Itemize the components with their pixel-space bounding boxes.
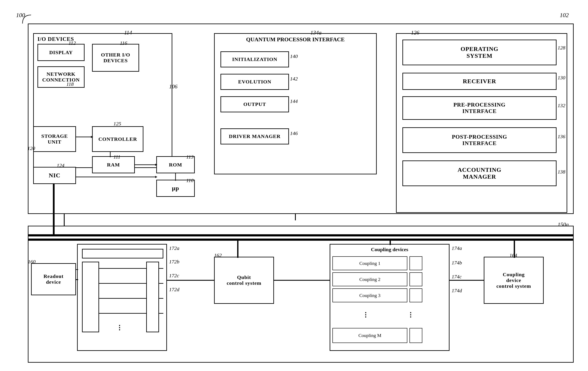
- control-to-coupling-line: [274, 280, 330, 281]
- ref-113: 113: [186, 154, 193, 160]
- coupling-1-right-bar: [410, 256, 422, 270]
- ref-102: 102: [560, 12, 569, 19]
- qubit-control-bus-line: [237, 241, 239, 258]
- svg-marker-30: [155, 164, 157, 166]
- network-connection-box: NETWORK CONNECTION: [37, 66, 84, 88]
- qubit-array-container: ⋮: [77, 244, 167, 351]
- controller-box: CONTROLLER: [92, 126, 143, 152]
- ref-144: 144: [290, 98, 298, 104]
- coupling-dots-v: ⋮: [362, 311, 369, 318]
- coupling-control-box: Coupling device control system: [484, 257, 544, 304]
- coupling-to-control-line: [450, 280, 484, 281]
- ref-124: 124: [57, 163, 64, 168]
- ref-114: 114: [124, 30, 132, 36]
- qpi-title: QUANTUM PROCESSOR INTERFACE: [216, 36, 375, 43]
- ref-172d: 172d: [169, 287, 179, 292]
- other-io-box: OTHER I/O DEVICES: [92, 44, 139, 72]
- coupling-m-right-bar: [410, 328, 422, 343]
- ref-174d: 174d: [452, 288, 462, 294]
- storage-unit-box: STORAGE UNIT: [33, 126, 76, 152]
- ref-174c: 174c: [452, 274, 462, 280]
- ref-111: 111: [114, 154, 120, 160]
- ref-140: 140: [290, 53, 298, 59]
- ref-162: 162: [214, 252, 222, 258]
- coupling-bus-line: [389, 241, 391, 245]
- ref-134a: 134a: [310, 30, 322, 36]
- bus-bar-top: [28, 234, 574, 237]
- nic-mup-line: [76, 175, 157, 179]
- coupling-2-right-bar: [410, 272, 422, 286]
- ref-126: 126: [411, 30, 419, 36]
- ref-142: 142: [290, 76, 298, 82]
- ref-132: 132: [558, 103, 565, 108]
- display-box: DISPLAY: [37, 44, 84, 61]
- ref-120: 120: [27, 145, 35, 151]
- ref-128: 128: [558, 45, 565, 51]
- ref-172b: 172b: [169, 259, 179, 265]
- coupling-devices-container: Coupling devices Coupling 1 Coupling 2 C…: [330, 244, 450, 351]
- nic-box: NIC: [33, 167, 76, 184]
- coupling-3-box: Coupling 3: [332, 289, 407, 302]
- qubit-left-bar: [82, 262, 99, 332]
- ref-110: 110: [186, 178, 193, 183]
- ctrl-ram-line: [107, 152, 114, 157]
- ref-150a: 150a: [558, 221, 569, 228]
- ref-136: 136: [558, 134, 565, 140]
- ref-118: 118: [66, 81, 74, 87]
- rom-mup-line: [173, 173, 178, 181]
- ref-174a: 174a: [452, 245, 462, 251]
- diagram: 100 102 114 I/O DEVICES DISPLAY 112 NETW…: [0, 0, 588, 371]
- coupling-control-bus-line: [514, 241, 515, 258]
- nic-to-bus-line: [53, 184, 55, 235]
- initialization-box: INITIALIZATION: [220, 51, 289, 67]
- ref-130: 130: [558, 75, 565, 81]
- bus-bar-bottom: [28, 238, 574, 241]
- ram-rom-line: [135, 163, 157, 167]
- storage-controller-line: [76, 126, 93, 139]
- ref-174b: 174b: [452, 260, 462, 266]
- driver-manager-box: DRIVER MANAGER: [220, 128, 289, 144]
- qubit-top-bar: [82, 249, 163, 258]
- evolution-box: EVOLUTION: [220, 74, 289, 90]
- ref-172c: 172c: [169, 273, 179, 278]
- accounting-manager-box: ACCOUNTING MANAGER: [402, 160, 556, 186]
- qubit-right-bar: [146, 262, 159, 332]
- qubit-control-box: Qubit control system: [214, 257, 274, 304]
- ref-116: 116: [120, 40, 127, 46]
- receiver-box: RECEIVER: [402, 73, 556, 90]
- coupling-devices-title: Coupling devices: [332, 247, 447, 252]
- ref-164: 164: [509, 252, 517, 258]
- ref-172a: 172a: [169, 245, 179, 251]
- pre-processing-box: PRE-PROCESSING INTERFACE: [402, 96, 556, 120]
- coupling-dots-v2: ⋮: [407, 311, 414, 318]
- coupling-1-box: Coupling 1: [332, 256, 407, 270]
- readout-connect: [31, 257, 78, 282]
- ref-112: 112: [69, 40, 76, 46]
- qubit-to-control-line: [167, 280, 214, 281]
- operating-system-box: OPERATING SYSTEM: [402, 40, 556, 65]
- coupling-3-right-bar: [410, 289, 422, 302]
- svg-marker-33: [155, 176, 157, 178]
- output-box: OUTPUT: [220, 96, 289, 112]
- svg-marker-27: [91, 136, 93, 138]
- ref-125: 125: [114, 121, 121, 127]
- qubit-dots: ⋮: [116, 324, 123, 331]
- ref-106: 106: [169, 83, 178, 90]
- post-processing-box: POST-PROCESSING INTERFACE: [402, 127, 556, 153]
- ref-146: 146: [290, 131, 298, 136]
- coupling-m-box: Coupling M: [332, 328, 407, 343]
- ref-138: 138: [558, 169, 565, 175]
- coupling-2-box: Coupling 2: [332, 272, 407, 286]
